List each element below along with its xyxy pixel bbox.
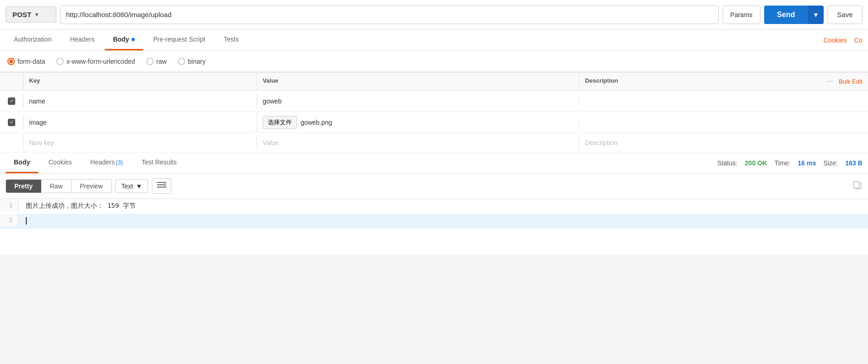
tab-authorization[interactable]: Authorization	[6, 30, 60, 50]
svg-rect-0	[157, 182, 166, 183]
row-1-description[interactable]	[579, 97, 813, 105]
th-actions: ··· Bulk Edit	[813, 73, 868, 90]
time-value: 16 ms	[798, 159, 816, 167]
line-content-2	[18, 214, 868, 227]
new-key-row: New key Value Description	[0, 133, 868, 152]
table-row: ✓ image 选择文件 goweb.png	[0, 112, 868, 133]
line-num-1: 1	[0, 199, 18, 212]
view-tab-raw[interactable]: Raw	[42, 180, 72, 193]
url-bar: POST ▼ Params Send ▼ Save	[0, 0, 868, 30]
url-input[interactable]	[60, 6, 719, 24]
time-label: Time:	[774, 159, 790, 167]
code-line-2: 2	[0, 214, 868, 229]
th-check	[0, 73, 23, 90]
copy-button[interactable]	[852, 180, 862, 193]
resp-tab-test-results[interactable]: Test Results	[133, 152, 185, 173]
choose-file-button[interactable]: 选择文件	[263, 116, 297, 129]
checkbox-name[interactable]: ✓	[8, 97, 15, 105]
row-1-check[interactable]: ✓	[0, 94, 23, 109]
table-row: ✓ name goweb	[0, 91, 868, 112]
resp-meta: Status: 200 OK Time: 16 ms Size: 163 B	[717, 159, 862, 167]
resp-tab-body[interactable]: Body	[6, 152, 38, 173]
new-value-input[interactable]: Value	[257, 135, 579, 150]
send-button[interactable]: Send	[764, 6, 808, 24]
size-label: Size:	[824, 159, 838, 167]
format-label: Text	[121, 182, 133, 190]
wrap-icon	[157, 182, 166, 189]
svg-rect-4	[854, 182, 859, 188]
th-description: Description	[579, 73, 813, 90]
copy-icon	[852, 180, 862, 190]
line-content-1: 图片上传成功，图片大小： 159 字节	[18, 199, 868, 213]
response-tabs-bar: Body Cookies Headers (3) Test Results St…	[0, 152, 868, 174]
bulk-edit-btn[interactable]: Bulk Edit	[839, 78, 862, 85]
th-key: Key	[23, 73, 257, 90]
cc-link[interactable]: Co	[854, 36, 862, 44]
row-1-value[interactable]: goweb	[257, 94, 579, 109]
row-2-description[interactable]	[579, 119, 813, 126]
status-label: Status:	[717, 159, 737, 167]
form-table-header: Key Value Description ··· Bulk Edit	[0, 72, 868, 91]
save-button[interactable]: Save	[827, 6, 862, 24]
radio-form-data	[7, 58, 15, 65]
body-type-bar: form-data x-www-form-urlencoded raw bina…	[0, 51, 868, 72]
body-type-form-data[interactable]: form-data	[7, 58, 45, 65]
svg-rect-2	[157, 187, 166, 188]
status-value: 200 OK	[745, 159, 767, 167]
method-label: POST	[12, 11, 31, 18]
format-dropdown[interactable]: Text ▼	[115, 179, 149, 193]
checkbox-image[interactable]: ✓	[8, 119, 15, 126]
params-button[interactable]: Params	[723, 6, 760, 24]
view-tab-preview[interactable]: Preview	[72, 180, 111, 193]
radio-binary	[178, 58, 185, 65]
send-dropdown-button[interactable]: ▼	[808, 6, 824, 24]
request-tabs: Authorization Headers Body Pre-request S…	[0, 30, 868, 51]
wrap-button[interactable]	[152, 178, 171, 194]
resp-tabs-left: Body Cookies Headers (3) Test Results	[6, 152, 185, 173]
body-type-binary[interactable]: binary	[178, 58, 205, 65]
view-tab-group: Pretty Raw Preview	[6, 179, 112, 193]
cookies-link[interactable]: Cookies	[824, 36, 847, 44]
svg-rect-1	[157, 184, 164, 185]
view-tab-pretty[interactable]: Pretty	[6, 180, 42, 193]
dots-menu[interactable]: ···	[827, 77, 833, 85]
tab-pre-request-script[interactable]: Pre-request Script	[145, 30, 214, 50]
body-type-urlencoded[interactable]: x-www-form-urlencoded	[56, 58, 135, 65]
response-section: Body Cookies Headers (3) Test Results St…	[0, 152, 868, 255]
req-tabs-left: Authorization Headers Body Pre-request S…	[6, 30, 247, 50]
body-type-raw[interactable]: raw	[146, 58, 167, 65]
resp-tab-cookies[interactable]: Cookies	[40, 152, 80, 173]
new-description-input[interactable]: Description	[579, 135, 813, 150]
code-output: 1 图片上传成功，图片大小： 159 字节 2	[0, 199, 868, 255]
new-key-input[interactable]: New key	[23, 135, 257, 150]
size-value: 163 B	[845, 159, 862, 167]
method-chevron: ▼	[34, 12, 40, 18]
body-dot	[132, 38, 135, 41]
req-tabs-right: Cookies Co	[824, 36, 863, 44]
send-btn-group: Send ▼	[764, 6, 824, 24]
row-2-check[interactable]: ✓	[0, 115, 23, 130]
format-chevron: ▼	[136, 182, 142, 190]
output-tabs-bar: Pretty Raw Preview Text ▼	[0, 174, 868, 199]
row-1-key[interactable]: name	[23, 94, 257, 109]
th-value: Value	[257, 73, 579, 90]
tab-tests[interactable]: Tests	[215, 30, 247, 50]
radio-urlencoded	[56, 58, 64, 65]
line-num-2: 2	[0, 214, 18, 226]
radio-raw	[146, 58, 154, 65]
row-2-key[interactable]: image	[23, 115, 257, 130]
tab-body[interactable]: Body	[105, 30, 143, 50]
resp-tab-headers[interactable]: Headers (3)	[82, 152, 132, 173]
row-2-value: 选择文件 goweb.png	[257, 112, 579, 133]
code-line-1: 1 图片上传成功，图片大小： 159 字节	[0, 199, 868, 214]
tab-headers[interactable]: Headers	[62, 30, 103, 50]
text-cursor	[26, 217, 27, 224]
method-dropdown[interactable]: POST ▼	[6, 6, 56, 23]
file-name: goweb.png	[301, 119, 332, 126]
headers-badge: (3)	[116, 159, 123, 166]
